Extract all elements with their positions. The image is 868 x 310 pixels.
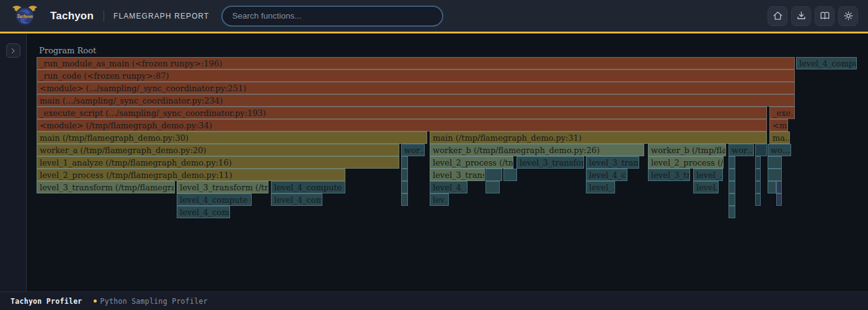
flame-bar[interactable] <box>768 181 776 193</box>
flamegraph-canvas[interactable]: Program Root _run_module_as_main (<froze… <box>27 33 868 291</box>
flame-bar[interactable]: <m… <box>769 119 788 131</box>
home-icon <box>772 10 784 22</box>
flame-bar[interactable]: main (/tmp/flamegraph_demo.py:31) <box>430 131 767 144</box>
flame-bar[interactable]: level_4_… <box>430 181 467 193</box>
flame-bar[interactable]: level_3_transform (/tmp/flamegraph_dem… <box>37 181 175 193</box>
header: Tachyon Tachyon FLAMEGRAPH REPORT <box>0 0 868 33</box>
flame-bar[interactable]: main (/tmp/flamegraph_demo.py:30) <box>37 131 427 144</box>
app-root: Tachyon Tachyon FLAMEGRAPH REPORT <box>0 0 868 310</box>
flame-bar[interactable]: level_4_compute (/t… <box>271 181 345 193</box>
home-button[interactable] <box>768 6 787 26</box>
flame-bar[interactable] <box>728 169 735 181</box>
flame-bar[interactable]: level_3_transf… <box>430 169 485 181</box>
flame-bar[interactable]: level_4_c… <box>586 169 627 181</box>
download-button[interactable] <box>791 6 811 26</box>
header-divider <box>104 11 104 22</box>
flame-bar[interactable] <box>776 181 782 193</box>
flame-bar[interactable] <box>485 169 502 181</box>
flame-bar[interactable] <box>728 193 735 206</box>
flame-bar[interactable] <box>755 193 761 206</box>
sidebar <box>0 33 27 291</box>
flame-bar[interactable] <box>728 206 735 218</box>
flame-bar[interactable] <box>401 156 408 169</box>
flame-bar[interactable]: level_… <box>586 181 615 193</box>
header-actions <box>768 6 858 26</box>
flame-bar[interactable] <box>728 156 735 169</box>
svg-text:Tachyon: Tachyon <box>17 14 32 19</box>
flame-bar[interactable]: level_4_com… <box>271 193 322 206</box>
flame-bar[interactable]: _exe… <box>769 107 795 119</box>
flame-bar[interactable]: level_3_tr… <box>648 169 690 181</box>
main-area: Program Root _run_module_as_main (<froze… <box>0 33 868 291</box>
flame-bar[interactable]: level_4_comput… <box>796 57 857 69</box>
flame-bar[interactable] <box>401 181 408 193</box>
flame-bar[interactable]: level… <box>693 181 719 193</box>
flame-bar[interactable] <box>776 193 782 206</box>
flame-bar[interactable]: level_2_process (/tm… <box>648 156 724 169</box>
flame-bar[interactable]: level_4_compute (/t… <box>177 193 252 206</box>
flame-bar[interactable] <box>755 144 767 156</box>
flame-bar[interactable]: ma… <box>769 131 790 144</box>
download-icon <box>795 10 807 22</box>
flame-bar[interactable]: _execute_script (.../sampling/_sync_coor… <box>37 107 767 119</box>
flame-bar[interactable]: level_2_process (/tmp/flamegraph_demo.py… <box>37 169 345 181</box>
flame-bar[interactable]: _run_module_as_main (<frozen runpy>:196) <box>37 57 795 69</box>
tachyon-logo-icon: Tachyon <box>11 3 38 29</box>
flame-bar[interactable]: <module> (.../sampling/_sync_coordinator… <box>37 82 795 94</box>
sidebar-expand-button[interactable] <box>6 43 20 58</box>
flame-bar[interactable]: level_2_process (/tmp/fla… <box>430 156 513 169</box>
flame-bar[interactable] <box>755 156 761 169</box>
flame-bar[interactable] <box>503 169 517 181</box>
docs-button[interactable] <box>815 6 835 26</box>
theme-button[interactable] <box>838 6 858 26</box>
flame-bar[interactable]: wor… <box>728 144 754 156</box>
search-input[interactable] <box>221 6 443 27</box>
flame-bar[interactable]: level_1_analyze (/tmp/flamegraph_demo.py… <box>37 156 399 169</box>
flame-bar[interactable]: level_3_transform (/tmp/fl… <box>177 181 268 193</box>
flame-bar[interactable] <box>755 181 761 193</box>
flame-bar[interactable] <box>768 156 782 169</box>
brightness-icon <box>843 10 854 22</box>
app-title: Tachyon <box>50 10 94 22</box>
chevron-right-icon <box>9 47 17 55</box>
flame-bar[interactable]: wor… <box>401 144 425 156</box>
flame-bar[interactable]: worker_b (/tmp/flamegraph_demo.py:26) <box>430 144 644 156</box>
flame-bar[interactable]: wo… <box>768 144 791 156</box>
status-bar: Tachyon Profiler Python Sampling Profile… <box>0 291 868 310</box>
book-icon <box>819 10 831 22</box>
flame-bar[interactable]: level_… <box>693 169 723 181</box>
flame-bar[interactable]: worker_b (/tmp/flame… <box>648 144 726 156</box>
flame-bar[interactable] <box>401 193 408 206</box>
flame-bar[interactable] <box>401 169 408 181</box>
flame-bar[interactable]: level_3_transform… <box>516 156 584 169</box>
flame-bar[interactable]: worker_a (/tmp/flamegraph_demo.py:20) <box>37 144 399 156</box>
flame-bar[interactable]: level_3_trans… <box>586 156 639 169</box>
status-dot-icon <box>94 299 97 303</box>
flame-bar[interactable] <box>485 181 500 193</box>
flame-bar[interactable]: _run_code (<frozen runpy>:87) <box>37 69 795 82</box>
flame-bar[interactable] <box>728 181 735 193</box>
flame-bar[interactable] <box>755 169 761 181</box>
flame-bar[interactable]: lev… <box>430 193 449 206</box>
flame-bar[interactable]: level_4_com… <box>177 206 230 218</box>
status-subtitle: Python Sampling Profiler <box>100 297 208 306</box>
status-app-name: Tachyon Profiler <box>11 297 82 306</box>
flame-bar[interactable] <box>768 169 782 181</box>
report-type-label: FLAMEGRAPH REPORT <box>113 12 210 20</box>
flame-bar[interactable]: main (.../sampling/_sync_coordinator.py:… <box>37 94 795 107</box>
flame-root-label[interactable]: Program Root <box>37 45 96 57</box>
flame-bar[interactable]: <module> (/tmp/flamegraph_demo.py:34) <box>37 119 767 131</box>
